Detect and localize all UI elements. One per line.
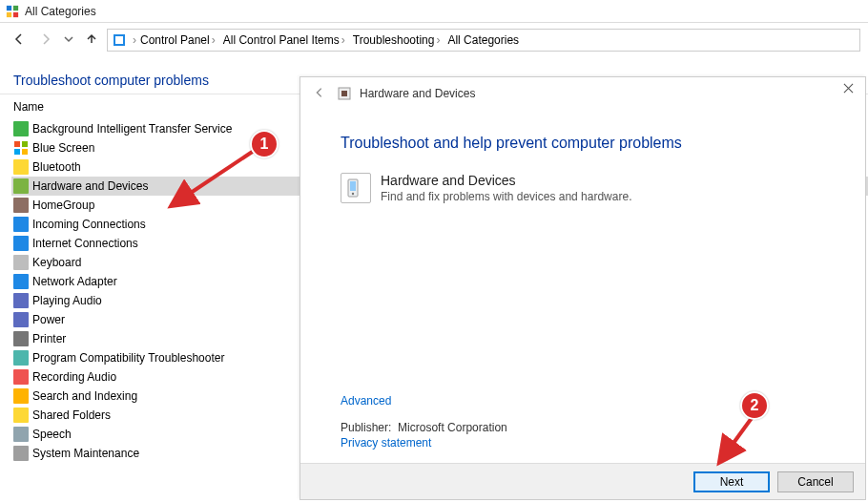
advanced-link[interactable]: Advanced [341,394,391,408]
list-item-label: System Maintenance [32,447,139,460]
list-item-label: Incoming Connections [32,218,146,231]
breadcrumb-item[interactable]: Troubleshooting› [349,33,444,47]
troubleshooter-item-icon [13,312,29,327]
troubleshooter-item-icon [13,293,29,308]
troubleshooter-item-icon [13,140,29,156]
arrow-right-icon [38,31,53,50]
callout-marker-2: 2 [740,391,769,420]
svg-rect-8 [14,149,20,155]
breadcrumb-item[interactable]: Control Panel› [136,33,219,47]
back-button[interactable] [8,29,31,52]
troubleshooter-item-icon [13,236,29,251]
troubleshooter-item-icon [13,121,29,136]
list-item-label: Internet Connections [32,237,138,250]
svg-rect-2 [7,11,11,16]
troubleshooter-item-icon [13,446,29,461]
svg-rect-11 [341,91,347,96]
dialog-title: Hardware and Devices [360,87,475,100]
breadcrumb-item[interactable]: All Control Panel Items› [219,33,349,47]
list-item-label: Keyboard [32,256,81,269]
arrow-left-icon [313,86,326,102]
list-item-label: Playing Audio [32,294,102,307]
cancel-button[interactable]: Cancel [777,471,854,492]
chevron-down-icon [61,31,76,50]
chevron-right-icon: › [436,33,440,47]
dialog-header: Hardware and Devices [300,77,865,110]
list-item-label: Printer [32,332,66,345]
svg-rect-1 [13,5,18,10]
dialog-footer: Next Cancel [300,463,865,499]
navigation-bar: › Control Panel› All Control Panel Items… [0,23,868,57]
arrow-up-icon [84,31,99,50]
breadcrumb-item[interactable]: All Categories [444,33,523,47]
troubleshooter-item-icon [13,274,29,289]
troubleshooter-item-icon [13,198,29,213]
troubleshooter-name: Hardware and Devices [381,173,631,188]
dialog-heading: Troubleshoot and help prevent computer p… [341,135,825,152]
callout-marker-1: 1 [250,130,279,158]
control-panel-icon [112,32,127,48]
hardware-icon [341,173,371,203]
list-item-label: Speech [32,428,72,441]
publisher-value: Microsoft Corporation [398,421,507,434]
publisher-label: Publisher: Microsoft Corporation [341,421,507,434]
window-titlebar: All Categories [0,0,868,23]
troubleshooter-item-icon [13,255,29,270]
svg-rect-7 [22,141,28,147]
troubleshooter-item-icon [13,388,29,404]
troubleshooter-item-icon [13,350,29,366]
list-item-label: Network Adapter [32,275,117,288]
close-button[interactable] [837,79,859,98]
list-item-label: Power [32,313,65,326]
control-panel-icon [6,5,19,18]
list-item-label: Recording Audio [32,370,116,384]
close-icon [843,82,854,96]
svg-rect-0 [7,5,11,10]
dialog-back-button[interactable] [310,84,329,103]
svg-rect-6 [14,141,20,147]
window-title: All Categories [25,5,96,18]
svg-rect-3 [13,11,18,16]
list-item-label: Bluetooth [32,160,81,174]
list-item-label: Search and Indexing [32,389,137,403]
troubleshooter-item-icon [13,159,29,175]
chevron-right-icon: › [341,33,345,47]
dialog-body: Troubleshoot and help prevent computer p… [300,110,865,203]
list-item-label: Blue Screen [32,141,94,155]
troubleshooter-item-icon [13,427,29,442]
list-item-label: HomeGroup [32,199,94,212]
up-button[interactable] [80,29,103,52]
troubleshooter-item-icon [13,408,29,423]
recent-locations-button[interactable] [61,29,76,52]
troubleshooter-item-icon [13,217,29,232]
troubleshooter-description: Find and fix problems with devices and h… [381,190,631,203]
privacy-link[interactable]: Privacy statement [341,436,431,450]
troubleshooter-item-icon [13,331,29,346]
troubleshooter-item-icon [13,178,29,194]
list-item-label: Background Intelligent Transfer Service [32,122,232,136]
troubleshooter-summary: Hardware and Devices Find and fix proble… [341,173,825,203]
svg-rect-5 [115,36,123,44]
list-item-label: Shared Folders [32,408,111,422]
list-item-label: Hardware and Devices [32,179,148,193]
troubleshoot-icon [337,86,352,101]
list-item-label: Program Compatibility Troubleshooter [32,351,224,365]
breadcrumb[interactable]: › Control Panel› All Control Panel Items… [107,29,860,52]
troubleshooter-dialog: Hardware and Devices Troubleshoot and he… [300,76,866,500]
arrow-left-icon [11,31,27,50]
svg-rect-9 [22,149,28,155]
troubleshooter-item-icon [13,369,29,385]
forward-button[interactable] [34,29,57,52]
chevron-right-icon: › [212,33,216,47]
svg-point-14 [352,193,354,195]
svg-rect-13 [350,181,356,191]
next-button[interactable]: Next [693,471,770,492]
